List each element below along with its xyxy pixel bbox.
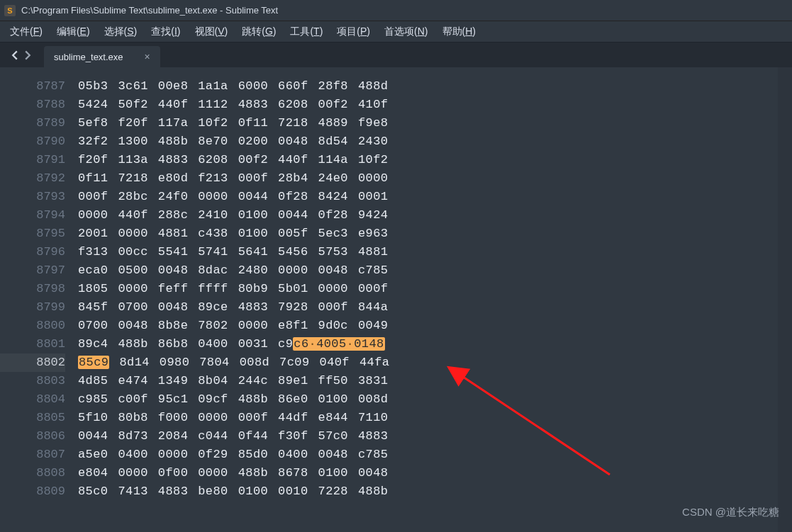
hex-group: 57c0 bbox=[318, 427, 348, 446]
menu-item-9[interactable]: 帮助(H) bbox=[435, 23, 483, 41]
menu-item-2[interactable]: 选择(S) bbox=[97, 23, 145, 41]
hex-group: 0000 bbox=[198, 409, 228, 427]
code-line[interactable]: 85c074134883be80010000107228488b bbox=[78, 482, 778, 501]
code-line[interactable]: 00448d732084c0440f44f30f57c04883 bbox=[78, 427, 778, 446]
hex-group: 0200 bbox=[238, 132, 268, 151]
hex-group: 5641 bbox=[238, 243, 268, 261]
hex-group: 845f bbox=[78, 298, 108, 317]
hex-group: 0048 bbox=[358, 464, 388, 482]
hex-group: 80b9 bbox=[238, 280, 268, 298]
menu-item-5[interactable]: 跳转(G) bbox=[235, 23, 283, 41]
menu-item-0[interactable]: 文件(F) bbox=[3, 23, 50, 41]
code-line[interactable]: 0000440f288c2410010000440f289424 bbox=[78, 206, 778, 225]
hex-group: 7c09 bbox=[279, 353, 309, 372]
code-line[interactable]: f20f113a4883620800f2440f114a10f2 bbox=[78, 151, 778, 169]
hex-group: 440f bbox=[118, 206, 147, 225]
hex-group: 4883 bbox=[158, 151, 188, 169]
line-number: 8799 bbox=[0, 298, 65, 317]
hex-group: 0f44 bbox=[238, 427, 268, 446]
hex-group: 5741 bbox=[198, 243, 228, 261]
code-line[interactable]: c985c00f95c109cf488b86e00100008d bbox=[78, 390, 778, 409]
minimap[interactable] bbox=[778, 67, 792, 532]
menu-item-7[interactable]: 项目(P) bbox=[330, 23, 377, 41]
code-line[interactable]: 4d85e47413498b04244c89e1ff503831 bbox=[78, 372, 778, 390]
hex-group: 8d14 bbox=[119, 353, 149, 372]
code-line[interactable]: 5f1080b8f0000000000f44dfe8447110 bbox=[78, 409, 778, 427]
hex-group: 3c61 bbox=[118, 77, 147, 96]
code-line[interactable]: e80400000f000000488b867801000048 bbox=[78, 464, 778, 482]
hex-group: 4881 bbox=[358, 243, 388, 261]
nav-back-icon[interactable] bbox=[10, 50, 20, 60]
code-line[interactable]: 32f21300488b8e70020000488d542430 bbox=[78, 132, 778, 151]
hex-group: 0400 bbox=[278, 446, 308, 464]
menu-item-1[interactable]: 编辑(E) bbox=[50, 23, 97, 41]
hex-group: 44df bbox=[278, 409, 308, 427]
hex-group: 0000 bbox=[118, 464, 147, 482]
code-line[interactable]: 070000488b8e78020000e8f19d0c0049 bbox=[78, 317, 778, 335]
hex-group: 8424 bbox=[318, 188, 348, 206]
close-icon[interactable]: × bbox=[145, 52, 150, 62]
hex-group: 0000 bbox=[118, 280, 147, 298]
code-line[interactable]: 5ef8f20f117a10f20f1172184889f9e8 bbox=[78, 114, 778, 132]
hex-group: 00f2 bbox=[318, 96, 348, 114]
hex-group: c785 bbox=[358, 446, 388, 464]
code-line[interactable]: a5e0040000000f2985d004000048c785 bbox=[78, 446, 778, 464]
code-line[interactable]: 845f0700004889ce48837928000f844a bbox=[78, 298, 778, 317]
hex-group: be80 bbox=[198, 482, 228, 501]
hex-group: 24e0 bbox=[318, 169, 348, 188]
code-line[interactable]: 200100004881c4380100005f5ec3e963 bbox=[78, 225, 778, 243]
code-line[interactable]: 05b33c6100e81a1a6000660f28f8488d bbox=[78, 77, 778, 96]
hex-group: c985 bbox=[78, 390, 108, 409]
menu-item-4[interactable]: 视图(V) bbox=[188, 23, 235, 41]
hex-group: 2084 bbox=[158, 427, 188, 446]
code-line[interactable]: 542450f2440f11124883620800f2410f bbox=[78, 96, 778, 114]
hex-group: 2410 bbox=[198, 206, 228, 225]
hex-group: a5e0 bbox=[78, 446, 108, 464]
hex-group: 0f28 bbox=[318, 206, 348, 225]
hex-group: 2480 bbox=[238, 261, 268, 280]
code-line[interactable]: 18050000feffffff80b95b010000000f bbox=[78, 280, 778, 298]
hex-group: 000f bbox=[318, 298, 348, 317]
line-number: 8805 bbox=[0, 409, 65, 427]
watermark: CSDN @道长来吃糖 bbox=[682, 506, 779, 519]
menu-item-3[interactable]: 查找(I) bbox=[144, 23, 187, 41]
code-line[interactable]: 0f117218e80df213000f28b424e00000 bbox=[78, 169, 778, 188]
code-line bbox=[78, 67, 778, 77]
menu-item-6[interactable]: 工具(T) bbox=[283, 23, 330, 41]
hex-group: 4881 bbox=[158, 225, 188, 243]
code-line[interactable]: eca0050000488dac248000000048c785 bbox=[78, 261, 778, 280]
hex-group: 0980 bbox=[160, 353, 189, 372]
line-number: 8803 bbox=[0, 372, 65, 390]
hex-group: 2430 bbox=[358, 132, 388, 151]
line-number: 8808 bbox=[0, 464, 65, 482]
hex-group: 488b bbox=[118, 335, 147, 353]
hex-group: 0000 bbox=[278, 261, 308, 280]
menu-bar: 文件(F)编辑(E)选择(S)查找(I)视图(V)跳转(G)工具(T)项目(P)… bbox=[0, 21, 792, 43]
hex-group: 4883 bbox=[158, 482, 188, 501]
hex-group: f30f bbox=[278, 427, 308, 446]
hex-group: 85d0 bbox=[238, 446, 268, 464]
code-line[interactable]: 85c98d1409807804008d7c09040f44fa bbox=[78, 353, 778, 372]
editor[interactable]: 8787878887898790879187928793879487958796… bbox=[0, 67, 792, 532]
hex-group: 4883 bbox=[358, 427, 388, 446]
code-line[interactable]: f31300cc554157415641545657534881 bbox=[78, 243, 778, 261]
line-number bbox=[0, 67, 65, 77]
hex-group: 7218 bbox=[118, 169, 147, 188]
nav-forward-icon[interactable] bbox=[23, 50, 33, 60]
hex-group: 288c bbox=[158, 206, 188, 225]
line-number: 8794 bbox=[0, 206, 65, 225]
hex-group: 7413 bbox=[118, 482, 147, 501]
hex-group: 244c bbox=[238, 372, 268, 390]
code-line[interactable]: 89c4488b86b804000031c9c6·4005·0148 bbox=[78, 335, 778, 353]
tab-active[interactable]: sublime_text.exe × bbox=[44, 46, 160, 67]
line-number: 8795 bbox=[0, 225, 65, 243]
code-area[interactable]: 05b33c6100e81a1a6000660f28f8488d542450f2… bbox=[78, 67, 778, 501]
hex-group: 0048 bbox=[158, 298, 188, 317]
hex-group: 0048 bbox=[278, 132, 308, 151]
line-number: 8802 bbox=[0, 353, 65, 372]
hex-group: 008d bbox=[240, 353, 269, 372]
hex-group: 1a1a bbox=[198, 77, 228, 96]
code-line[interactable]: 000f28bc24f0000000440f2884240001 bbox=[78, 188, 778, 206]
menu-item-8[interactable]: 首选项(N) bbox=[377, 23, 435, 41]
hex-group: 0044 bbox=[78, 427, 108, 446]
